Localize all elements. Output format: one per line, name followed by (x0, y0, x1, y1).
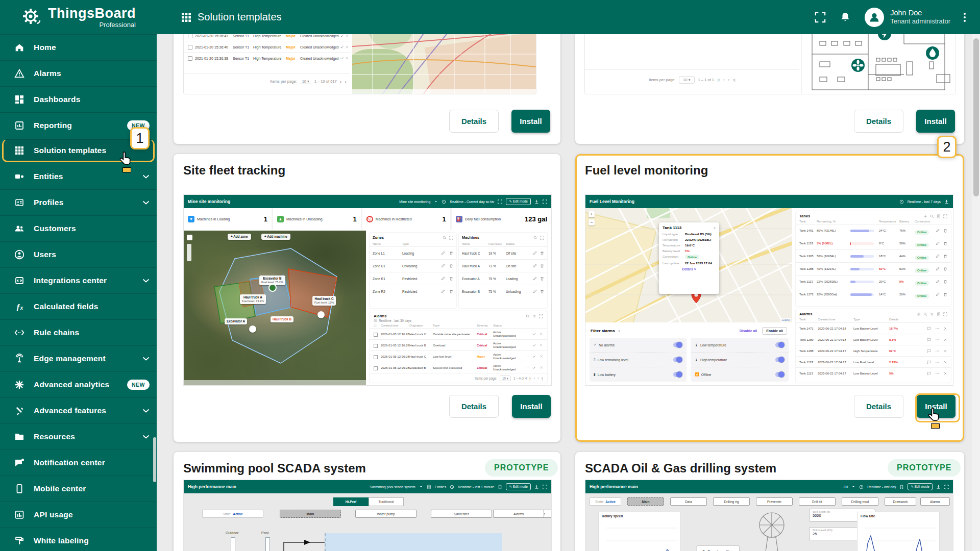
sidebar-item-calculated-fields[interactable]: ƒx Calculated fields (0, 293, 157, 319)
home-icon (13, 41, 26, 54)
notifications-bell-button[interactable] (839, 11, 851, 23)
details-button[interactable]: Details (854, 395, 903, 418)
rule-chains-icon (13, 327, 26, 339)
top-bar: ThingsBoard Professional Solution templa… (0, 0, 980, 34)
unloading-icon: ▲ (277, 216, 284, 222)
fullscreen-button[interactable] (815, 12, 826, 23)
sidebar-item-home[interactable]: Home (0, 34, 157, 60)
sidebar-item-edge-management[interactable]: Edge management (0, 345, 157, 371)
scrollbar-thumb[interactable] (973, 38, 979, 196)
reporting-icon (13, 119, 26, 132)
machine-chip: Haul truck AFuel level: 73.9% (240, 294, 266, 304)
flow-rate-chart: Flow rate (857, 512, 940, 551)
prev-page-button[interactable]: ‹ (723, 78, 725, 82)
pagination: Items per page: 10 ▾ 1 – 10 of 617 ‹ › (184, 73, 350, 89)
checkbox[interactable] (188, 45, 192, 49)
prev-page-button[interactable]: ‹ (340, 79, 342, 85)
more-options-button[interactable] (964, 11, 966, 23)
thingsboard-logo[interactable]: ThingsBoard Professional (0, 6, 157, 29)
cursor-cuff-2 (931, 423, 940, 429)
sidebar-item-notification-center[interactable]: Notification center (0, 449, 157, 475)
toggle-low-battery (673, 372, 682, 377)
template-card-partial-right: Items per page: 10 ▾ 1 – 1 of 1 |‹ ‹ › ›… (575, 15, 964, 144)
reset-position-button: ⟳ Reset position (697, 545, 740, 551)
annotation-step-2: 2 (937, 136, 957, 158)
satellite-map: + Add zone + Add machine Excavator BFuel… (184, 231, 366, 385)
scada-nav-row: State:Active Main Data Drilling rig Prev… (585, 497, 953, 508)
chevron-down-icon (142, 201, 150, 205)
disable-all-button: Disable all (740, 329, 757, 333)
sidebar-item-dashboards[interactable]: Dashboards (0, 86, 157, 112)
paint-roller-icon (13, 535, 26, 547)
sidebar-item-advanced-analytics[interactable]: Advanced analytics NEW (0, 371, 157, 397)
tank-popup: Tank 1113 × Liquid typeBiodiesel B5 (5%)… (659, 222, 719, 294)
page-scrollbar[interactable] (972, 34, 980, 551)
new-badge: NEW (127, 380, 150, 390)
sidebar-item-resources[interactable]: Resources (0, 423, 157, 449)
customers-icon (13, 222, 26, 235)
page-title: Solution templates (198, 11, 282, 23)
sidebar-item-integrations-center[interactable]: Integrations center (0, 267, 157, 293)
details-button[interactable]: Details (449, 395, 499, 418)
sidebar-item-mobile-center[interactable]: Mobile center (0, 475, 157, 502)
sidebar-scrollbar[interactable] (153, 437, 156, 482)
checkbox[interactable] (188, 56, 192, 61)
solution-templates-icon (13, 144, 26, 157)
install-button[interactable]: Install (512, 395, 551, 418)
chevron-down-icon (142, 409, 150, 413)
user-menu[interactable]: John Doe Tenant administrator (865, 8, 950, 27)
details-button[interactable]: Details (854, 110, 903, 133)
edit-mode-button: ✎ Edit mode (506, 198, 531, 205)
next-page-button[interactable]: › (728, 78, 730, 82)
page-size-select[interactable]: 10 ▾ (300, 79, 311, 84)
nav-alarms: Alarms (493, 510, 544, 518)
bell-icon (839, 11, 851, 23)
first-page-button[interactable]: |‹ (718, 78, 720, 82)
machine-marker (268, 284, 277, 292)
chevron-down-icon (142, 357, 150, 361)
next-page-button[interactable]: › (345, 79, 347, 85)
sidebar-item-customers[interactable]: Customers (0, 215, 157, 241)
install-button[interactable]: Install (511, 110, 550, 133)
sidebar-item-white-labeling[interactable]: White labeling (0, 528, 157, 551)
loading-icon: ▼ (188, 216, 194, 222)
toggle-high-temperature (775, 357, 785, 362)
sidebar-item-users[interactable]: Users (0, 241, 157, 267)
user-name: John Doe (890, 8, 950, 17)
sidebar-item-api-usage[interactable]: API usage (0, 502, 157, 528)
sidebar-item-rule-chains[interactable]: Rule chains (0, 319, 157, 345)
notification-icon (13, 457, 26, 469)
chevron-down-icon (142, 279, 150, 283)
sidebar-item-profiles[interactable]: Profiles (0, 189, 157, 215)
breadcrumb: Solution templates (181, 11, 282, 23)
entities-icon (13, 170, 26, 183)
integrations-icon (13, 274, 26, 287)
api-usage-icon (13, 509, 26, 521)
card-title: Swimming pool SCADA system (183, 461, 366, 475)
pool-preview-image: High performance main Swimming pool scad… (183, 480, 552, 551)
prototype-badge: PROTOTYPE (485, 459, 558, 477)
phone-icon (13, 483, 26, 495)
template-card-scada-oil-gas: SCADA Oil & Gas drilling system PROTOTYP… (575, 452, 964, 551)
timewindow: Realtime - Current day so far (450, 200, 494, 204)
machines-panel: Machines NameFuel levelStatus Haul truck… (459, 233, 547, 308)
chevron-down-icon (142, 435, 150, 439)
popup-details-link: Details > (659, 267, 719, 271)
sidebar-item-advanced-features[interactable]: Advanced features (0, 397, 157, 423)
last-page-button[interactable]: ›| (733, 78, 735, 82)
folder-icon (13, 431, 26, 443)
cursor-cuff-1 (122, 167, 131, 172)
map-attribution: Leaflet (780, 318, 791, 321)
analytics-pattern-icon (13, 379, 26, 391)
fleet-alarms-panel: Alarms Realtime - last 30 days ☐ Created… (370, 311, 547, 383)
install-button[interactable]: Install (916, 110, 955, 133)
oil-preview-image: High performance main Oil Realtime - las… (585, 480, 953, 551)
sidebar-item-alarms[interactable]: Alarms (0, 60, 157, 86)
machine-chip: Haul truck B (271, 316, 293, 322)
details-button[interactable]: Details (449, 110, 499, 133)
pool-diagram: Outdoor Pool 35.9 (184, 524, 551, 551)
state-selector: Mine site monitoring (399, 200, 430, 204)
chevron-down-icon (142, 174, 150, 179)
user-role: Tenant administrator (890, 17, 950, 26)
page-size-select[interactable]: 10 ▾ (679, 76, 694, 84)
